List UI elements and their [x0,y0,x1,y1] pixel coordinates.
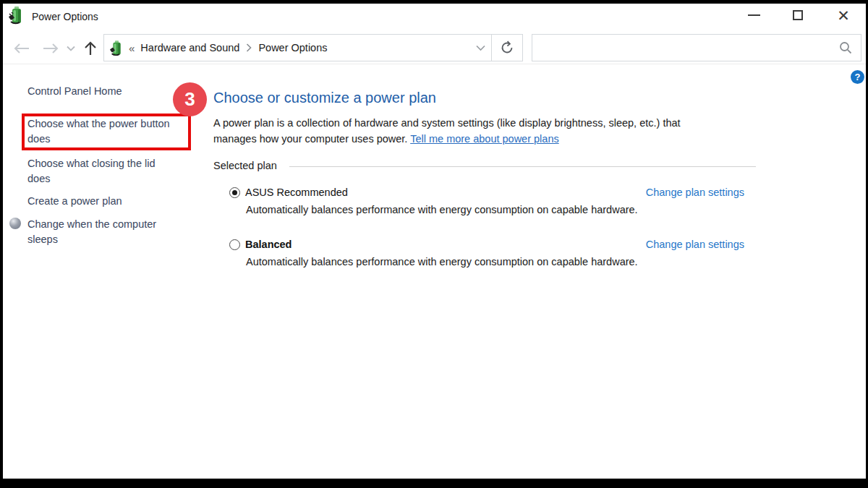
plan-row-balanced: Balanced Change plan settings [229,237,744,252]
refresh-button[interactable] [492,34,523,61]
plan-description: Automatically balances performance with … [246,256,638,267]
maximize-icon [793,10,803,20]
up-button[interactable] [80,32,101,64]
intro-paragraph: A power plan is a collection of hardware… [213,116,681,147]
address-dropdown-button[interactable] [476,45,485,51]
plan-row-asus-recommended: ASUS Recommended Change plan settings [229,185,744,200]
breadcrumb-separator-icon [246,43,252,52]
search-input[interactable] [532,35,839,61]
refresh-icon [500,40,514,55]
power-options-window: Power Options ✕ [3,4,866,479]
intro-line-1: A power plan is a collection of hardware… [213,116,681,132]
sidebar-item-change-when-computer-sleeps[interactable]: Change when the computer sleeps [27,217,177,247]
page-title: Choose or customize a power plan [213,90,436,106]
minimize-button[interactable] [737,4,770,27]
address-bar[interactable]: « Hardware and Sound Power Options [103,34,492,61]
sidebar-item-closing-lid-does[interactable]: Choose what closing the lid does [27,156,177,187]
forward-button[interactable] [39,32,62,64]
collapsed-breadcrumb-chevrons[interactable]: « [129,42,135,54]
chevron-down-icon [67,46,75,51]
question-mark-icon: ? [855,72,861,82]
sidebar-item-create-power-plan[interactable]: Create a power plan [27,194,177,209]
breadcrumb-power-options[interactable]: Power Options [258,42,327,53]
help-button[interactable]: ? [851,70,864,84]
radio-balanced[interactable] [229,239,240,250]
power-options-breadcrumb-icon [110,40,124,56]
forward-arrow-icon [42,43,59,54]
tutorial-highlight-box [22,114,191,150]
maximize-button[interactable] [781,4,814,27]
search-box[interactable] [532,34,861,61]
radio-asus-recommended[interactable] [229,187,240,198]
change-plan-settings-link-asus[interactable]: Change plan settings [646,187,744,198]
search-icon [839,41,852,54]
breadcrumb-hardware-and-sound[interactable]: Hardware and Sound [140,42,239,53]
up-arrow-icon [84,40,97,56]
navigation-toolbar: « Hardware and Sound Power Options [3,32,866,64]
recent-pages-dropdown[interactable] [64,32,78,64]
plan-description: Automatically balances performance with … [246,204,638,215]
selected-plan-label: Selected plan [213,160,277,171]
close-button[interactable]: ✕ [827,4,860,27]
chevron-down-icon [476,45,485,51]
back-button[interactable] [10,32,33,64]
tell-me-more-link[interactable]: Tell me more about power plans [410,133,559,145]
step-number: 3 [184,88,195,111]
power-options-app-icon [9,6,25,25]
letterbox-background: Power Options ✕ [0,0,868,488]
sphere-icon [9,218,21,229]
title-bar: Power Options ✕ [3,4,866,32]
tutorial-step-badge: 3 [173,82,207,116]
change-plan-settings-link-balanced[interactable]: Change plan settings [646,239,744,250]
sidebar-item-control-panel-home[interactable]: Control Panel Home [27,84,177,99]
window-title: Power Options [32,11,98,22]
back-arrow-icon [13,43,30,54]
plan-name[interactable]: ASUS Recommended [245,187,348,198]
intro-line-2: manages how your computer uses power. Te… [213,132,681,147]
plan-name[interactable]: Balanced [245,239,292,250]
close-icon: ✕ [837,8,850,23]
section-divider [289,166,756,167]
minimize-icon [748,14,760,16]
